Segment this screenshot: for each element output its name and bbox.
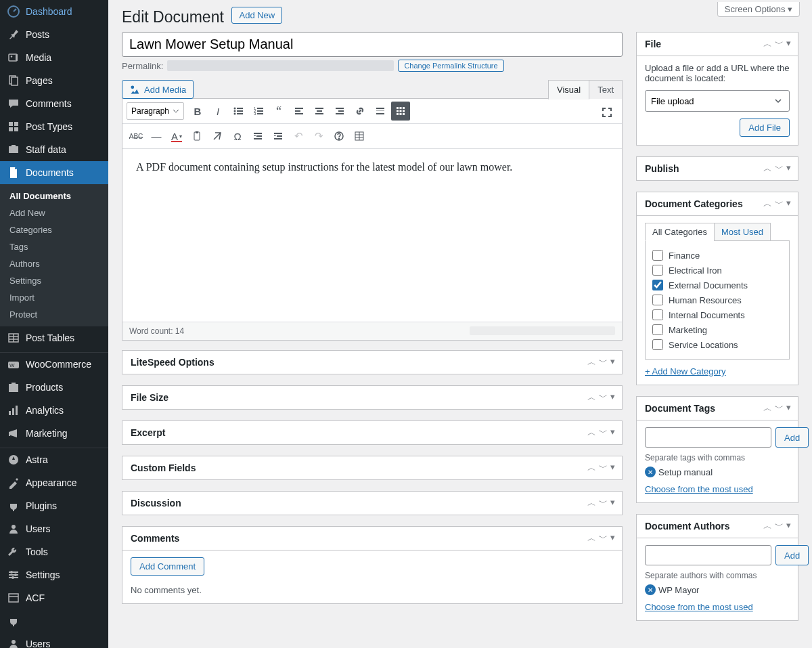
chevron-up-icon[interactable]: ︿ xyxy=(587,497,596,509)
sidebar-item-comments[interactable]: Comments xyxy=(0,92,108,115)
sidebar-subitem-categories[interactable]: Categories xyxy=(0,221,108,238)
sidebar-item-pages[interactable]: Pages xyxy=(0,69,108,92)
caret-down-icon[interactable]: ▾ xyxy=(786,402,791,414)
add-tag-button[interactable]: Add xyxy=(775,427,809,448)
add-new-category-link[interactable]: + Add New Category xyxy=(645,366,726,376)
add-comment-button[interactable]: Add Comment xyxy=(131,557,204,576)
caret-down-icon[interactable]: ▾ xyxy=(786,38,791,50)
sidebar-item-marketing[interactable]: Marketing xyxy=(0,422,108,445)
blockquote-button[interactable]: “ xyxy=(269,102,288,121)
sidebar-subitem-import[interactable]: Import xyxy=(0,289,108,306)
sidebar-item-acf[interactable]: ACF xyxy=(0,586,108,609)
sidebar-item-products[interactable]: Products xyxy=(0,376,108,399)
special-char-button[interactable]: Ω xyxy=(228,127,247,146)
chevron-up-icon[interactable]: ︿ xyxy=(763,198,772,210)
sidebar-item-users[interactable]: Users xyxy=(0,517,108,540)
sidebar-item-analytics[interactable]: Analytics xyxy=(0,399,108,422)
chevron-up-icon[interactable]: ︿ xyxy=(587,356,596,368)
toolbar-toggle-button[interactable] xyxy=(391,102,410,121)
help-button[interactable] xyxy=(330,127,348,146)
category-checkbox[interactable] xyxy=(652,250,663,261)
caret-down-icon[interactable]: ▾ xyxy=(786,163,791,175)
undo-button[interactable]: ↶ xyxy=(289,127,308,146)
category-checkbox[interactable] xyxy=(652,280,663,290)
caret-down-icon[interactable]: ▾ xyxy=(610,532,615,544)
link-button[interactable] xyxy=(351,102,369,121)
table-button[interactable] xyxy=(350,127,369,146)
category-tab-all[interactable]: All Categories xyxy=(645,223,714,241)
bullet-list-button[interactable] xyxy=(229,102,248,121)
category-tab-most-used[interactable]: Most Used xyxy=(714,223,771,241)
outdent-button[interactable] xyxy=(248,127,267,146)
category-marketing[interactable]: Marketing xyxy=(652,322,782,337)
chevron-up-icon[interactable]: ︿ xyxy=(587,462,596,474)
align-center-button[interactable] xyxy=(310,102,329,121)
sidebar-subitem-protect[interactable]: Protect xyxy=(0,306,108,323)
chevron-down-icon[interactable]: ﹀ xyxy=(775,520,784,532)
chevron-up-icon[interactable]: ︿ xyxy=(763,520,772,532)
add-media-button[interactable]: Add Media xyxy=(122,80,194,99)
numbered-list-button[interactable]: 123 xyxy=(249,102,268,121)
category-external-documents[interactable]: External Documents xyxy=(652,278,782,293)
tags-input[interactable] xyxy=(645,427,771,448)
chevron-up-icon[interactable]: ︿ xyxy=(763,38,772,50)
text-color-button[interactable]: A▾ xyxy=(167,127,186,146)
change-permalink-button[interactable]: Change Permalink Structure xyxy=(398,60,503,72)
sidebar-subitem-all-documents[interactable]: All Documents xyxy=(0,188,108,204)
align-left-button[interactable] xyxy=(290,102,309,121)
sidebar-item-documents[interactable]: Documents xyxy=(0,161,108,184)
clear-format-button[interactable] xyxy=(208,127,227,146)
indent-button[interactable] xyxy=(269,127,288,146)
chevron-down-icon[interactable]: ﹀ xyxy=(775,198,784,210)
paragraph-format-select[interactable]: Paragraph xyxy=(127,102,184,120)
sidebar-item-staff-data[interactable]: Staff data xyxy=(0,138,108,161)
caret-down-icon[interactable]: ▾ xyxy=(610,462,615,474)
chevron-up-icon[interactable]: ︿ xyxy=(763,163,772,175)
editor-body[interactable]: A PDF document containing setup instruct… xyxy=(122,149,622,322)
add-new-button[interactable]: Add New xyxy=(231,7,282,24)
sidebar-item-post-tables[interactable]: Post Tables xyxy=(0,326,108,349)
chevron-down-icon[interactable]: ﹀ xyxy=(599,427,608,439)
align-right-button[interactable] xyxy=(330,102,349,121)
sidebar-item-users[interactable]: Users xyxy=(0,632,108,648)
chevron-down-icon[interactable]: ﹀ xyxy=(599,356,608,368)
sidebar-item-woocommerce[interactable]: WWooCommerce xyxy=(0,353,108,376)
add-author-button[interactable]: Add xyxy=(775,545,809,565)
sidebar-subitem-tags[interactable]: Tags xyxy=(0,238,108,255)
insert-more-button[interactable] xyxy=(371,102,390,121)
caret-down-icon[interactable]: ▾ xyxy=(610,391,615,404)
chevron-down-icon[interactable]: ﹀ xyxy=(599,462,608,474)
chevron-down-icon[interactable]: ﹀ xyxy=(599,497,608,509)
italic-button[interactable]: I xyxy=(208,102,227,121)
screen-options-button[interactable]: Screen Options ▾ xyxy=(717,2,800,17)
file-source-select[interactable]: File upload xyxy=(645,90,790,112)
remove-tag-icon[interactable]: ✕ xyxy=(645,467,656,477)
authors-input[interactable] xyxy=(645,545,771,565)
document-title-input[interactable] xyxy=(122,32,623,57)
sidebar-item-appearance[interactable]: Appearance xyxy=(0,471,108,494)
choose-authors-link[interactable]: Choose from the most used xyxy=(645,602,753,612)
horizontal-rule-button[interactable]: — xyxy=(147,127,166,146)
category-checkbox[interactable] xyxy=(652,339,663,350)
sidebar-item-blank[interactable] xyxy=(0,609,108,632)
chevron-up-icon[interactable]: ︿ xyxy=(587,532,596,544)
add-file-button[interactable]: Add File xyxy=(740,118,790,137)
editor-tab-text[interactable]: Text xyxy=(589,80,623,99)
category-checkbox[interactable] xyxy=(652,265,663,276)
editor-tab-visual[interactable]: Visual xyxy=(548,80,589,100)
chevron-down-icon[interactable]: ﹀ xyxy=(599,391,608,404)
caret-down-icon[interactable]: ▾ xyxy=(610,356,615,368)
chevron-down-icon[interactable]: ﹀ xyxy=(775,402,784,414)
category-electrical-iron[interactable]: Electrical Iron xyxy=(652,263,782,278)
sidebar-item-plugins[interactable]: Plugins xyxy=(0,494,108,517)
choose-tags-link[interactable]: Choose from the most used xyxy=(645,484,753,494)
caret-down-icon[interactable]: ▾ xyxy=(610,427,615,439)
sidebar-item-tools[interactable]: Tools xyxy=(0,540,108,563)
redo-button[interactable]: ↷ xyxy=(309,127,328,146)
bold-button[interactable]: B xyxy=(188,102,207,121)
strikethrough-button[interactable]: ABC xyxy=(127,127,145,146)
category-finance[interactable]: Finance xyxy=(652,248,782,263)
chevron-up-icon[interactable]: ︿ xyxy=(587,427,596,439)
chevron-down-icon[interactable]: ﹀ xyxy=(775,38,784,50)
remove-author-icon[interactable]: ✕ xyxy=(645,584,656,595)
